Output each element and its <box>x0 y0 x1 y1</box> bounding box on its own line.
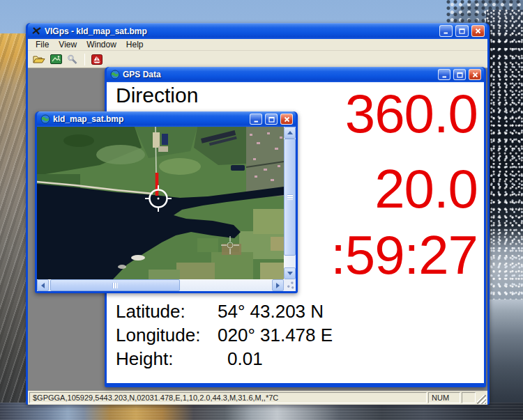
maximize-icon <box>457 72 463 78</box>
status-bar: $GPGGA,105929,5443.203,N,02031.478,E,1,1… <box>28 391 487 405</box>
scroll-up-button[interactable] <box>284 127 296 139</box>
globe-icon <box>110 70 120 79</box>
satellite-map-art <box>37 127 284 279</box>
coordinate-readout: Latitude: 54° 43.203 N Longitude: 020° 3… <box>116 300 333 371</box>
gps-maximize-button[interactable] <box>453 69 466 80</box>
menu-window[interactable]: Window <box>82 39 121 50</box>
horizontal-scrollbar[interactable] <box>37 279 284 291</box>
desktop-cliff-art <box>0 33 26 406</box>
map-window: kld_map_sat.bmp <box>35 111 298 293</box>
toolbar-separator <box>84 54 85 65</box>
height-row: Height: 0.01 <box>116 347 333 371</box>
arrow-right-icon <box>276 283 280 288</box>
num-lock-indicator: NUM <box>428 392 460 403</box>
map-close-button[interactable] <box>280 114 293 125</box>
gps-close-button[interactable] <box>469 69 481 80</box>
speed-value: 20.0 <box>374 160 478 219</box>
map-resize-grip[interactable] <box>284 279 296 291</box>
minimize-icon <box>441 72 448 78</box>
scroll-down-button[interactable] <box>284 267 296 279</box>
map-content <box>37 127 296 291</box>
scroll-right-button[interactable] <box>272 279 284 291</box>
close-icon <box>475 28 481 34</box>
longitude-label: Longitude: <box>116 323 218 347</box>
latitude-value: 54° 43.203 N <box>218 300 324 323</box>
menu-help[interactable]: Help <box>121 39 149 50</box>
vertical-scroll-thumb[interactable] <box>284 139 296 256</box>
sailboat-icon <box>91 54 103 65</box>
maximize-button[interactable] <box>455 25 469 37</box>
nmea-status-text: $GPGGA,105929,5443.203,N,02031.478,E,1,1… <box>29 392 427 403</box>
thumb-grip <box>287 194 293 200</box>
map-titlebar[interactable]: kld_map_sat.bmp <box>37 111 296 127</box>
minimize-icon <box>253 116 259 123</box>
horizontal-scroll-thumb[interactable] <box>50 279 180 291</box>
gps-window-title: GPS Data <box>123 70 435 79</box>
boat-mode-button[interactable] <box>89 52 105 67</box>
gps-titlebar[interactable]: GPS Data <box>107 67 484 82</box>
map-maximize-button[interactable] <box>265 114 278 125</box>
menu-bar: File View Window Help <box>28 39 487 51</box>
menu-view[interactable]: View <box>54 39 82 50</box>
satellite-map-image[interactable] <box>37 127 284 279</box>
toolbar <box>28 51 487 68</box>
close-icon <box>284 116 290 123</box>
close-button[interactable] <box>471 25 485 37</box>
arrow-left-icon <box>41 283 45 288</box>
wrench-icon <box>67 54 78 65</box>
thumb-grip <box>112 283 118 288</box>
direction-label: Direction <box>116 84 198 107</box>
longitude-value: 020° 31.478 E <box>218 323 333 347</box>
tools-button[interactable] <box>65 52 80 67</box>
map-minimize-button[interactable] <box>250 114 262 125</box>
open-file-button[interactable] <box>31 52 47 67</box>
open-folder-icon <box>33 54 45 64</box>
desktop: VIGps - kld_map_sat.bmp File View Window… <box>0 0 523 420</box>
scroll-left-button[interactable] <box>37 279 49 291</box>
minimize-icon <box>443 28 449 34</box>
map-window-title: kld_map_sat.bmp <box>53 114 247 124</box>
gps-minimize-button[interactable] <box>438 69 450 80</box>
time-value: :59:27 <box>331 226 478 286</box>
app-icon <box>31 26 42 36</box>
longitude-row: Longitude: 020° 31.478 E <box>116 323 333 347</box>
main-titlebar[interactable]: VIGps - kld_map_sat.bmp <box>28 23 487 39</box>
arrow-up-icon <box>287 131 293 134</box>
globe-icon <box>40 114 50 124</box>
main-window-title: VIGps - kld_map_sat.bmp <box>45 26 437 36</box>
map-image-button[interactable] <box>48 52 63 67</box>
minimize-button[interactable] <box>439 25 453 37</box>
height-label: Height: <box>116 347 218 371</box>
latitude-label: Latitude: <box>116 300 218 323</box>
vertical-scrollbar[interactable] <box>284 127 296 279</box>
maximize-icon <box>268 116 275 123</box>
map-image-icon <box>50 54 62 64</box>
menu-file[interactable]: File <box>31 39 54 50</box>
empty-status-pane <box>462 392 476 403</box>
resize-grip[interactable] <box>477 395 486 404</box>
height-value: 0.01 <box>218 347 263 371</box>
desktop-water-art <box>0 403 523 420</box>
close-icon <box>472 72 478 78</box>
direction-value: 360.0 <box>345 84 478 144</box>
latitude-row: Latitude: 54° 43.203 N <box>116 300 333 323</box>
maximize-icon <box>459 28 465 34</box>
arrow-down-icon <box>287 272 293 275</box>
desktop-trees-art <box>486 10 523 302</box>
